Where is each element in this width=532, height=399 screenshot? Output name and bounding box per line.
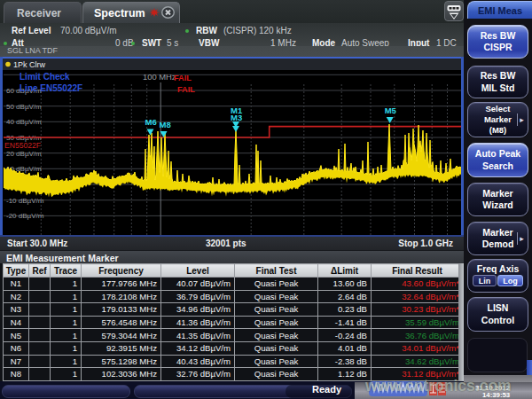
svg-text:FAIL: FAIL (174, 74, 192, 82)
svg-text:M3: M3 (231, 113, 242, 122)
svg-text:M6: M6 (145, 117, 157, 127)
svg-text:Line EN55022F: Line EN55022F (20, 83, 82, 93)
svg-text:Limit Check: Limit Check (20, 72, 70, 82)
svg-text:M8: M8 (160, 120, 171, 129)
svg-text:100 MHz: 100 MHz (143, 72, 176, 82)
svg-text:FAIL: FAIL (177, 85, 195, 94)
svg-text:-20 dBµV/m: -20 dBµV/m (6, 212, 44, 220)
svg-text:-10 dBµV/m: -10 dBµV/m (6, 197, 44, 205)
svg-text:20 dBµV/m: 20 dBµV/m (6, 150, 42, 158)
svg-text:M5: M5 (385, 106, 397, 115)
svg-text:50 dBµV/m: 50 dBµV/m (6, 103, 42, 111)
svg-text:EN55022F: EN55022F (4, 141, 41, 150)
svg-text:40 dBµV/m: 40 dBµV/m (6, 118, 42, 126)
svg-text:1Pk Clrw: 1Pk Clrw (13, 60, 46, 69)
